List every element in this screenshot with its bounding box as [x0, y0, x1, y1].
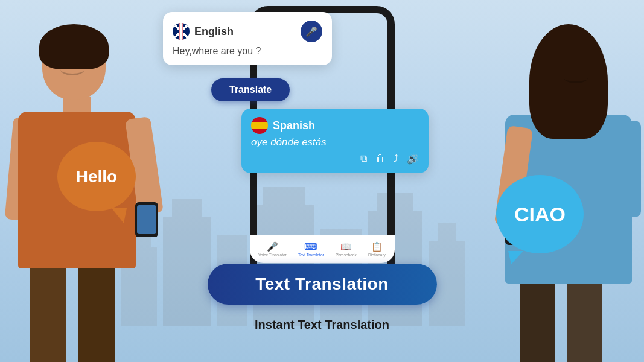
- copy-icon[interactable]: ⧉: [360, 153, 367, 165]
- mic-button[interactable]: 🎤: [301, 21, 322, 42]
- translate-button-floating[interactable]: Translate: [211, 78, 290, 101]
- delete-icon[interactable]: 🗑: [375, 153, 385, 165]
- ciao-bubble: CIAO: [496, 175, 584, 253]
- spain-flag: [251, 117, 268, 134]
- text-translation-button[interactable]: Text Translation: [208, 264, 437, 305]
- phone-bottom-nav: 🎤 Voice Translator ⌨ Text Translator 📖 P…: [250, 235, 395, 263]
- svg-rect-3: [172, 199, 202, 217]
- translation-actions: ⧉ 🗑 ⤴ 🔊: [251, 153, 419, 165]
- svg-rect-9: [377, 193, 413, 211]
- nav-text-translator[interactable]: ⌨ Text Translator: [298, 241, 324, 257]
- nav-dictionary[interactable]: 📋 Dictionary: [368, 241, 386, 257]
- svg-rect-11: [438, 223, 456, 241]
- english-card-floating: English 🎤 Hey,where are you ?: [163, 12, 332, 65]
- svg-rect-2: [163, 217, 211, 326]
- uk-flag: [173, 23, 190, 40]
- spanish-text: oye dónde estás: [251, 136, 419, 148]
- hello-bubble: Hello: [57, 142, 136, 211]
- nav-voice-translator[interactable]: 🎤 Voice Translator: [258, 241, 287, 257]
- share-icon[interactable]: ⤴: [394, 153, 398, 165]
- spanish-card-floating: Spanish oye dónde estás ⧉ 🗑 ⤴ 🔊: [241, 109, 429, 173]
- svg-rect-6: [263, 187, 305, 205]
- nav-phrasebook[interactable]: 📖 Phrasebook: [336, 241, 357, 257]
- english-text: Hey,where are you ?: [173, 46, 322, 57]
- subtitle-text: Instant Text Translation: [255, 318, 389, 332]
- main-cta-container: Text Translation: [208, 264, 437, 305]
- speaker-icon[interactable]: 🔊: [407, 153, 419, 165]
